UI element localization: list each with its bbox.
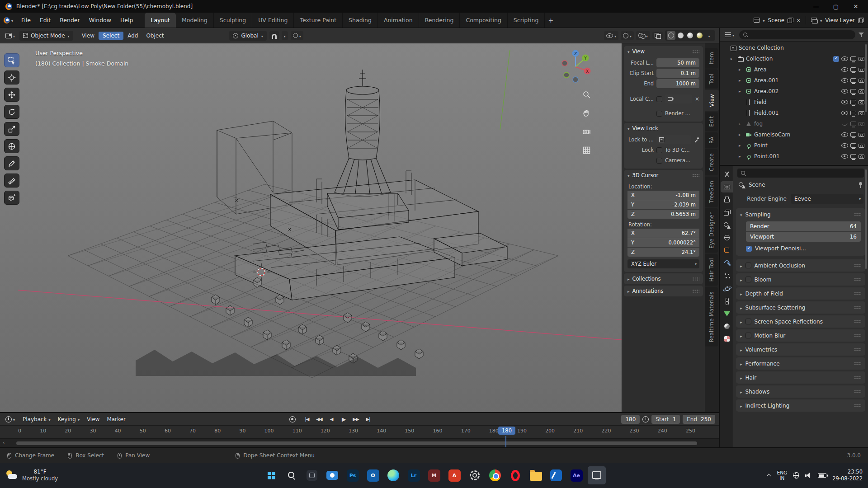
properties-tab-object[interactable] bbox=[721, 244, 733, 256]
properties-tab-particles[interactable] bbox=[721, 270, 733, 281]
pin-icon[interactable] bbox=[858, 182, 863, 188]
disable-in-renders-toggle[interactable] bbox=[859, 89, 864, 94]
outliner-object-row[interactable]: Area bbox=[720, 64, 868, 75]
workspace-tab[interactable]: UV Editing bbox=[252, 13, 294, 28]
network-icon[interactable] bbox=[793, 472, 799, 479]
battery-icon[interactable] bbox=[818, 473, 826, 478]
location-axis-field[interactable]: X-1.08 m bbox=[627, 191, 699, 200]
properties-search[interactable] bbox=[737, 169, 864, 178]
render-engine-dropdown[interactable]: Eevee bbox=[791, 194, 863, 204]
properties-tab-modifiers[interactable] bbox=[721, 257, 733, 268]
workspace-tab[interactable]: Scripting bbox=[508, 13, 545, 28]
local-camera-checkbox[interactable] bbox=[656, 96, 662, 102]
expand-icon[interactable] bbox=[739, 89, 743, 94]
properties-search-input[interactable] bbox=[749, 170, 861, 176]
use-preview-range-icon[interactable] bbox=[642, 416, 649, 422]
expand-icon[interactable] bbox=[739, 67, 743, 72]
taskbar-start-icon[interactable] bbox=[262, 466, 280, 484]
outliner-object-row[interactable]: Area.002 bbox=[720, 86, 868, 97]
tool-rotate[interactable] bbox=[4, 105, 19, 119]
sampling-render-field[interactable]: Render64 bbox=[746, 221, 861, 231]
panel-grip-icon[interactable] bbox=[854, 319, 861, 324]
outliner-scrollbar[interactable] bbox=[865, 44, 867, 112]
taskbar-m-app-icon[interactable]: M bbox=[425, 466, 443, 484]
workspace-tab[interactable]: Texture Paint bbox=[294, 13, 343, 28]
hide-in-viewport-toggle[interactable] bbox=[841, 111, 848, 115]
outliner-object-row[interactable]: Point.001 bbox=[720, 151, 868, 162]
properties-panel-header[interactable]: Ambient Occlusion bbox=[736, 259, 865, 272]
navigation-gizmo[interactable]: Z Y X bbox=[557, 47, 594, 86]
frame-end-field[interactable]: End250 bbox=[683, 415, 715, 424]
disable-in-viewports-toggle[interactable] bbox=[850, 78, 856, 83]
taskbar-search-icon[interactable] bbox=[283, 466, 301, 484]
panel-grip-icon[interactable] bbox=[692, 277, 699, 281]
local-camera-field[interactable] bbox=[665, 94, 692, 103]
viewport-menu-item[interactable]: Select bbox=[99, 32, 123, 40]
disable-in-viewports-toggle[interactable] bbox=[850, 111, 856, 115]
panel-grip-icon[interactable] bbox=[854, 361, 861, 366]
sampling-viewport-field[interactable]: Viewport16 bbox=[746, 232, 861, 242]
xray-toggle[interactable] bbox=[652, 32, 663, 39]
properties-tab-constraints[interactable] bbox=[721, 295, 733, 306]
lock-object-field[interactable] bbox=[656, 135, 691, 144]
n-panel-tab[interactable]: TreeGen bbox=[705, 177, 718, 207]
disable-in-viewports-toggle[interactable] bbox=[850, 56, 856, 61]
n-panel-tab[interactable]: Hair Tool bbox=[705, 254, 718, 286]
workspace-tab[interactable]: Compositing bbox=[460, 13, 507, 28]
editor-type-button[interactable] bbox=[723, 31, 736, 39]
panel-grip-icon[interactable] bbox=[854, 347, 861, 352]
viewport-menu-item[interactable]: Object bbox=[142, 32, 168, 40]
gizmos-dropdown[interactable] bbox=[621, 31, 634, 40]
disable-in-viewports-toggle[interactable] bbox=[850, 154, 856, 159]
taskbar-opera-icon[interactable] bbox=[506, 466, 524, 484]
scene-name[interactable]: Scene bbox=[768, 17, 785, 23]
shading-material-button[interactable] bbox=[686, 31, 694, 40]
location-axis-field[interactable]: Z0.5653 m bbox=[627, 210, 699, 219]
outliner-object-row[interactable]: Field.001 bbox=[720, 108, 868, 118]
taskbar-file-explorer-icon[interactable] bbox=[527, 466, 545, 484]
timeline-menu-item[interactable]: Playback bbox=[19, 415, 54, 423]
add-workspace-button[interactable]: + bbox=[545, 13, 557, 28]
expand-icon[interactable] bbox=[739, 143, 743, 148]
disable-in-viewports-toggle[interactable] bbox=[850, 100, 856, 104]
rotation-axis-field[interactable]: X62.7° bbox=[627, 229, 699, 238]
viewport-denoising-checkbox[interactable] bbox=[746, 246, 752, 252]
taskbar-task-view-icon[interactable] bbox=[303, 466, 321, 484]
ortho-toggle-button[interactable] bbox=[582, 146, 591, 156]
view-panel-header[interactable]: View bbox=[624, 46, 703, 57]
panel-grip-icon[interactable] bbox=[854, 305, 861, 310]
expand-icon[interactable] bbox=[739, 132, 743, 137]
menu-item[interactable]: Help bbox=[116, 15, 137, 25]
workspace-tab[interactable]: Modeling bbox=[176, 13, 214, 28]
disable-in-viewports-toggle[interactable] bbox=[850, 67, 856, 72]
panel-enable-checkbox[interactable] bbox=[745, 277, 751, 282]
viewport-menu-item[interactable]: Add bbox=[123, 32, 142, 40]
outliner-object-row[interactable]: fog bbox=[720, 118, 868, 129]
snap-settings-dropdown[interactable] bbox=[282, 31, 288, 40]
disable-in-viewports-toggle[interactable] bbox=[850, 132, 856, 137]
workspace-tab[interactable]: Shading bbox=[343, 13, 378, 28]
n-panel-tab[interactable]: Item bbox=[705, 48, 718, 68]
panel-grip-icon[interactable] bbox=[854, 212, 861, 216]
properties-panel-header[interactable]: Screen Space Reflections bbox=[736, 315, 865, 328]
volume-icon[interactable] bbox=[805, 473, 812, 478]
hide-in-viewport-toggle[interactable] bbox=[841, 143, 848, 148]
language-indicator[interactable]: ENG IN bbox=[777, 470, 788, 481]
taskbar-camera-icon[interactable] bbox=[323, 466, 341, 484]
panel-enable-checkbox[interactable] bbox=[745, 333, 751, 338]
show-object-types-dropdown[interactable] bbox=[604, 31, 618, 40]
properties-tab-physics[interactable] bbox=[721, 282, 733, 294]
hide-in-viewport-toggle[interactable] bbox=[841, 154, 848, 159]
tool-scale[interactable] bbox=[4, 122, 19, 136]
n-panel-tab[interactable]: Realtime Materials bbox=[705, 287, 718, 347]
new-view-layer-icon[interactable] bbox=[858, 18, 863, 23]
maximize-button[interactable]: ▢ bbox=[833, 3, 839, 10]
panel-grip-icon[interactable] bbox=[854, 375, 861, 380]
menu-item[interactable]: Window bbox=[85, 15, 115, 25]
outliner-object-row[interactable]: Point bbox=[720, 140, 868, 151]
clip-end-field[interactable]: 1000 m bbox=[656, 79, 699, 88]
disable-in-renders-toggle[interactable] bbox=[859, 79, 864, 83]
properties-tab-scene[interactable] bbox=[721, 219, 733, 230]
mode-dropdown[interactable]: Object Mode bbox=[19, 31, 73, 41]
properties-tab-texture[interactable] bbox=[721, 333, 733, 344]
